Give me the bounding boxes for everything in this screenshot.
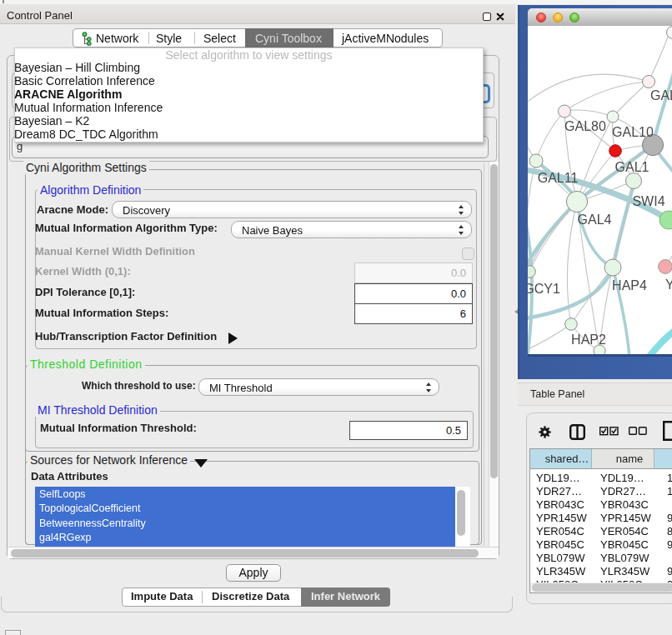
- svg-text:HAP2: HAP2: [571, 332, 606, 347]
- svg-text:GAL1: GAL1: [615, 160, 649, 174]
- svg-text:GAL2: GAL2: [650, 88, 672, 102]
- svg-text:HAP4: HAP4: [612, 278, 647, 292]
- svg-text:GAL11: GAL11: [538, 171, 579, 185]
- svg-text:GAL80: GAL80: [564, 119, 606, 133]
- svg-text:GAL10: GAL10: [612, 125, 654, 139]
- svg-text:YM: YM: [665, 278, 672, 292]
- svg-text:GAL4: GAL4: [578, 212, 612, 227]
- svg-text:GCY1: GCY1: [528, 282, 560, 296]
- svg-text:SWI4: SWI4: [632, 194, 664, 208]
